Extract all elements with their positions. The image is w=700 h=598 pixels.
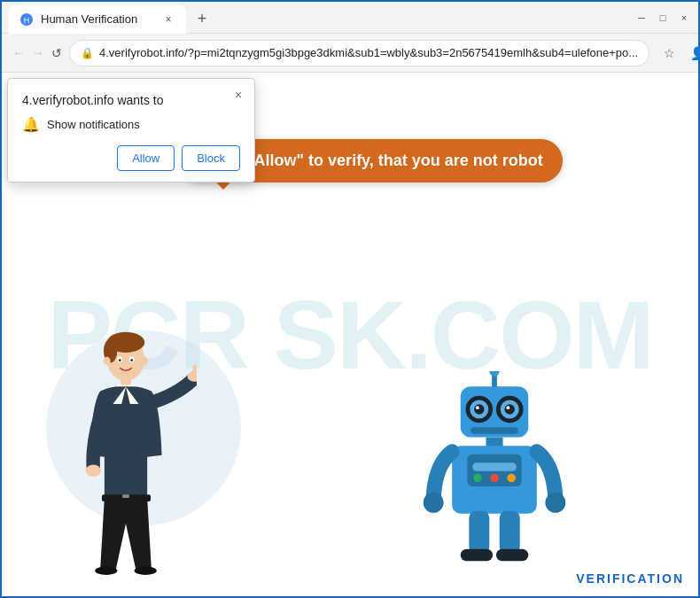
svg-point-22 <box>489 371 499 377</box>
svg-point-28 <box>474 404 484 414</box>
svg-point-30 <box>476 406 479 409</box>
svg-point-31 <box>506 406 509 409</box>
tab-title: Human Verification <box>41 12 154 26</box>
svg-rect-32 <box>471 427 518 434</box>
svg-point-9 <box>104 357 111 366</box>
notification-popup: × 4.verifyrobot.info wants to 🔔 Show not… <box>7 78 255 183</box>
svg-point-40 <box>424 493 444 513</box>
popup-notification-text: Show notifications <box>47 118 140 131</box>
person-figure <box>55 327 197 579</box>
svg-text:H: H <box>24 16 30 25</box>
svg-rect-15 <box>192 364 197 377</box>
robot-svg <box>424 371 565 566</box>
back-button[interactable]: ← <box>12 41 25 66</box>
svg-point-29 <box>504 404 514 414</box>
robot-figure <box>424 371 565 570</box>
lock-icon: 🔒 <box>81 47 94 59</box>
popup-title: 4.verifyrobot.info wants to <box>22 93 240 107</box>
reload-button[interactable]: ↺ <box>51 41 62 66</box>
address-bar: ← → ↺ 🔒 4.verifyrobot.info/?p=mi2tqnzygm… <box>2 34 698 73</box>
bell-icon: 🔔 <box>22 116 40 133</box>
title-bar: H Human Verification × + ─ □ × <box>2 2 698 34</box>
account-button[interactable]: 👤 <box>685 41 700 66</box>
svg-point-8 <box>130 359 133 361</box>
page-content: × 4.verifyrobot.info wants to 🔔 Show not… <box>2 73 698 596</box>
forward-button[interactable]: → <box>32 41 44 66</box>
bookmark-button[interactable]: ☆ <box>657 41 681 66</box>
popup-buttons: Allow Block <box>22 145 240 171</box>
svg-rect-44 <box>461 549 493 561</box>
popup-notification-row: 🔔 Show notifications <box>22 116 240 133</box>
svg-point-16 <box>86 464 101 477</box>
url-text: 4.verifyrobot.info/?p=mi2tqnzygm5gi3bpge… <box>99 46 638 59</box>
address-input-bar[interactable]: 🔒 4.verifyrobot.info/?p=mi2tqnzygm5gi3bp… <box>69 40 649 66</box>
svg-point-19 <box>95 566 117 575</box>
svg-rect-43 <box>500 511 520 554</box>
svg-point-38 <box>490 474 499 483</box>
address-actions: ☆ 👤 ⋮ <box>657 41 700 66</box>
svg-point-7 <box>119 359 121 361</box>
svg-point-20 <box>135 566 157 575</box>
popup-close-button[interactable]: × <box>229 86 247 104</box>
new-tab-button[interactable]: + <box>190 7 214 32</box>
svg-rect-36 <box>472 462 517 471</box>
maximize-button[interactable]: □ <box>656 12 670 24</box>
browser-tab[interactable]: H Human Verification × <box>9 5 186 34</box>
minimize-button[interactable]: ─ <box>634 12 649 24</box>
svg-rect-45 <box>496 549 528 561</box>
allow-button[interactable]: Allow <box>117 145 175 171</box>
browser-window: H Human Verification × + ─ □ × ← → ↺ 🔒 4… <box>0 0 700 598</box>
svg-point-41 <box>545 493 565 513</box>
window-controls: ─ □ × <box>634 12 691 24</box>
svg-point-39 <box>507 474 516 483</box>
tab-favicon-icon: H <box>19 12 34 27</box>
tab-close-button[interactable]: × <box>161 12 175 27</box>
svg-point-10 <box>141 357 148 366</box>
close-window-button[interactable]: × <box>677 12 691 24</box>
svg-rect-42 <box>469 511 489 554</box>
person-svg <box>55 327 197 575</box>
svg-point-37 <box>473 474 482 483</box>
block-button[interactable]: Block <box>182 145 240 171</box>
verification-label: VERIFICATION <box>576 571 684 586</box>
